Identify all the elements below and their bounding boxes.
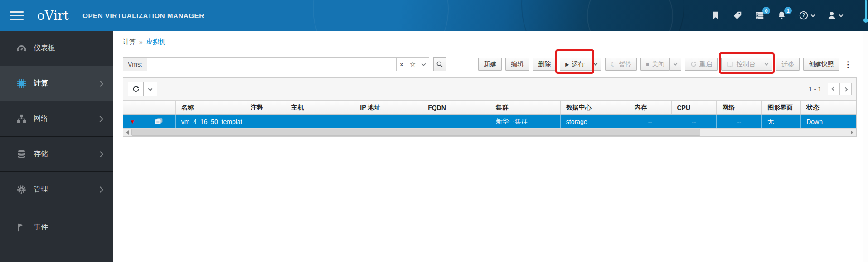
chevron-down-icon [839, 13, 844, 17]
refresh-rate-dropdown-button[interactable] [143, 82, 157, 96]
console-dropdown-button[interactable] [761, 58, 772, 71]
suspend-button[interactable]: ☾ 暂停 [605, 58, 637, 71]
search-input[interactable] [147, 57, 397, 71]
scroll-left-arrow-icon[interactable] [126, 130, 129, 135]
vm-table-row-selected[interactable]: ▼ vm_4_16_50_templat 新华三集群 storage -- --… [123, 115, 856, 128]
help-menu[interactable]: ? [799, 10, 815, 20]
create-snapshot-button[interactable]: 创建快照 [803, 58, 839, 71]
run-button-group: ▶ 运行 [560, 58, 601, 71]
search-bar: Vms: × ☆ [123, 57, 446, 71]
search-submit-button[interactable] [433, 57, 446, 71]
scroll-right-arrow-icon[interactable] [851, 130, 853, 135]
search-bookmark-star-icon[interactable]: ☆ [407, 57, 418, 71]
pagination-range: 1 - 1 [809, 86, 821, 93]
run-button[interactable]: ▶ 运行 [560, 58, 590, 71]
column-network[interactable]: 网络 [717, 101, 762, 114]
search-scope-label: Vms: [123, 57, 147, 71]
horizontal-scrollbar-thumb[interactable] [131, 129, 700, 136]
sidebar-item-administration[interactable]: 管理 [0, 172, 113, 207]
vm-datacenter-cell[interactable]: storage [561, 115, 629, 128]
migrate-button[interactable]: 迁移 [776, 58, 800, 71]
chevron-right-icon [97, 151, 103, 157]
column-datacenter[interactable]: 数据中心 [561, 101, 629, 114]
chevron-down-icon [148, 86, 153, 91]
chevron-right-icon [97, 186, 103, 192]
horizontal-scrollbar[interactable] [123, 128, 856, 136]
column-type-icon [142, 101, 176, 114]
shutdown-button[interactable]: ■ 关闭 [640, 58, 670, 71]
shutdown-button-group: ■ 关闭 [640, 58, 681, 71]
column-cluster[interactable]: 集群 [490, 101, 561, 114]
tasks-count-badge[interactable]: 0 [762, 7, 770, 14]
decorative-circle [587, 0, 673, 31]
column-fqdn[interactable]: FQDN [422, 101, 490, 114]
vm-cluster-cell[interactable]: 新华三集群 [490, 115, 561, 128]
vertical-scrollbar[interactable] [863, 0, 868, 262]
notifications-bell-icon[interactable]: 1 [777, 10, 786, 20]
search-dropdown-button[interactable] [418, 57, 429, 71]
run-dropdown-button[interactable] [590, 58, 601, 71]
console-button[interactable]: 控制台 [721, 58, 761, 71]
restart-icon [690, 61, 697, 67]
column-host[interactable]: 主机 [286, 101, 355, 114]
refresh-button-group [128, 82, 157, 96]
console-button-label: 控制台 [737, 60, 756, 68]
chevron-down-icon [594, 62, 597, 65]
column-comment[interactable]: 注释 [245, 101, 286, 114]
column-ip[interactable]: IP 地址 [354, 101, 422, 114]
bookmark-icon[interactable] [711, 10, 720, 20]
kebab-menu-icon[interactable]: ⋮ [843, 60, 853, 69]
vm-name-cell[interactable]: vm_4_16_50_templat [176, 115, 245, 128]
sidebar-item-events[interactable]: 事件 [0, 207, 113, 248]
chevron-down-icon [421, 62, 426, 66]
hamburger-menu-icon[interactable] [10, 11, 24, 20]
chevron-left-icon [832, 86, 836, 91]
vertical-scrollbar-thumb[interactable] [865, 0, 867, 20]
new-vm-button[interactable]: 新建 [478, 58, 502, 71]
column-name[interactable]: 名称 [176, 101, 245, 114]
breadcrumb-compute[interactable]: 计算 [123, 38, 136, 46]
masthead: oVirt OPEN VIRTUALIZATION MANAGER 0 1 ? [0, 0, 868, 31]
reboot-button[interactable]: 重启 [685, 58, 718, 71]
sidebar-item-label: 仪表板 [34, 43, 55, 53]
gear-icon [15, 184, 27, 195]
shutdown-dropdown-button[interactable] [669, 58, 681, 71]
stop-icon: ■ [646, 62, 649, 67]
chevron-right-icon [97, 115, 103, 122]
sidebar-item-dashboard[interactable]: 仪表板 [0, 31, 113, 66]
user-menu[interactable] [827, 10, 843, 20]
vm-icon [154, 118, 164, 126]
reboot-button-label: 重启 [699, 60, 712, 68]
prev-page-button[interactable] [828, 83, 840, 95]
vertical-scrollbar-thumb-dot[interactable] [863, 18, 868, 23]
breadcrumb-virtual-machines[interactable]: 虚拟机 [146, 38, 165, 46]
shutdown-button-label: 关闭 [652, 60, 664, 68]
column-memory[interactable]: 内存 [629, 101, 672, 114]
decorative-circle [313, 0, 449, 31]
sidebar-item-storage[interactable]: 存储 [0, 137, 113, 172]
tasks-icon[interactable]: 0 [755, 10, 765, 20]
search-clear-icon[interactable]: × [396, 57, 407, 71]
alerts-count-badge[interactable]: 1 [784, 7, 792, 14]
sidebar-item-network[interactable]: 网络 [0, 101, 113, 137]
edit-vm-button[interactable]: 编辑 [505, 58, 529, 71]
chevron-down-icon [765, 62, 768, 65]
column-cpu[interactable]: CPU [672, 101, 717, 114]
column-status[interactable]: 状态 [801, 101, 856, 114]
storage-database-icon [15, 149, 27, 159]
next-page-button[interactable] [839, 83, 852, 95]
sidebar-filler [0, 248, 113, 262]
delete-vm-button[interactable]: 删除 [533, 58, 556, 71]
refresh-button[interactable] [128, 82, 144, 96]
vm-toolbar: 新建 编辑 删除 ▶ 运行 ☾ 暂停 ■ 关闭 [478, 58, 853, 71]
decorative-circle [521, 0, 684, 31]
ovirt-logo: oVirt [37, 9, 69, 23]
tags-icon[interactable] [732, 10, 742, 20]
vm-memory-cell: -- [629, 115, 672, 128]
breadcrumb-separator: » [139, 38, 143, 46]
sidebar-item-compute[interactable]: 计算 [0, 66, 113, 101]
vm-graphics-cell: 无 [762, 115, 801, 128]
chevron-down-icon [674, 62, 677, 65]
column-graphics[interactable]: 图形界面 [762, 101, 801, 114]
network-icon [15, 114, 27, 124]
